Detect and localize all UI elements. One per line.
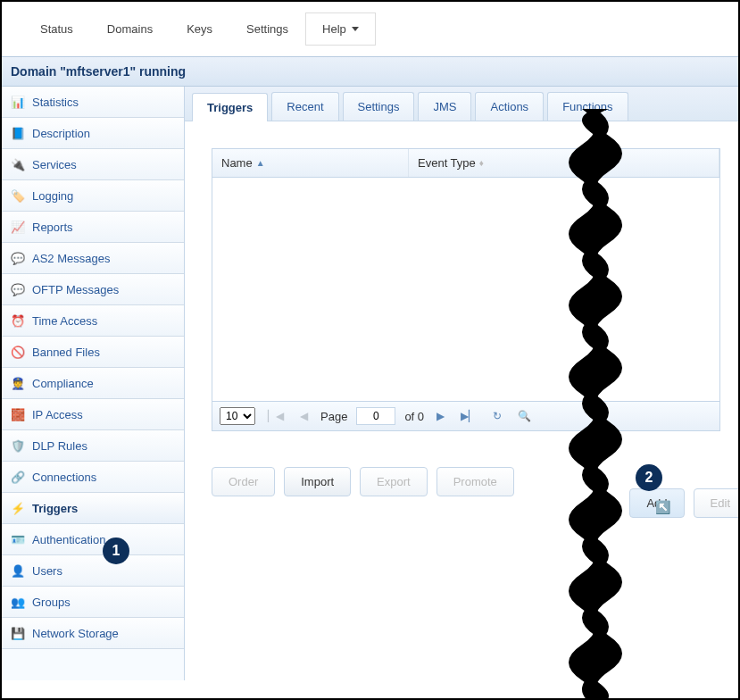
column-name-label: Name [221, 156, 253, 170]
sidebar-item-time-access[interactable]: ⏰Time Access [2, 305, 184, 337]
sidebar-item-triggers[interactable]: ⚡Triggers [2, 493, 184, 524]
sidebar-item-services[interactable]: 🔌Services [2, 149, 184, 180]
callout-1: 1 [103, 538, 129, 564]
logging-icon: 🏷️ [11, 188, 25, 203]
sidebar-item-label: DLP Rules [32, 439, 87, 453]
services-icon: 🔌 [11, 157, 25, 171]
order-button[interactable]: Order [212, 467, 275, 496]
sidebar-item-ip-access[interactable]: 🧱IP Access [2, 399, 184, 430]
sidebar-item-dlp-rules[interactable]: 🛡️DLP Rules [2, 430, 184, 462]
time-access-icon: ⏰ [11, 313, 25, 328]
tab-jms[interactable]: JMS [418, 92, 471, 121]
edit-button[interactable]: Edit [694, 488, 740, 518]
top-nav: Status Domains Keys Settings Help [2, 2, 738, 56]
column-event-type[interactable]: Event Type ♦ [409, 149, 719, 177]
column-name[interactable]: Name ▲ [212, 149, 409, 177]
sidebar-item-label: Banned Files [32, 346, 100, 359]
triggers-icon: ⚡ [11, 501, 25, 515]
sidebar-item-label: IP Access [32, 408, 83, 421]
pager-page-input[interactable] [356, 407, 395, 425]
sidebar-item-label: OFTP Messages [32, 283, 119, 296]
grid-body [212, 178, 719, 401]
export-button[interactable]: Export [360, 467, 428, 496]
sidebar-item-as2-messages[interactable]: 💬AS2 Messages [2, 243, 184, 274]
as2-messages-icon: 💬 [11, 251, 25, 265]
sidebar-item-logging[interactable]: 🏷️Logging [2, 180, 184, 212]
sidebar-item-label: Network Storage [32, 627, 119, 640]
pager-next-icon[interactable]: ▶ [433, 410, 448, 422]
sidebar-item-groups[interactable]: 👥Groups [2, 587, 184, 618]
statistics-icon: 📊 [11, 95, 25, 109]
pager-search-icon[interactable]: 🔍 [514, 410, 535, 422]
triggers-grid: Name ▲ Event Type ♦ 10 ▏◀ [212, 148, 720, 431]
dlp-rules-icon: 🛡️ [11, 438, 25, 453]
connections-icon: 🔗 [11, 470, 25, 484]
triggers-panel: Name ▲ Event Type ♦ 10 ▏◀ [185, 121, 738, 514]
import-button[interactable]: Import [284, 467, 351, 496]
sidebar-item-label: Authentication [32, 533, 105, 546]
sidebar-item-label: AS2 Messages [32, 252, 110, 265]
promote-button[interactable]: Promote [437, 467, 514, 496]
oftp-messages-icon: 💬 [11, 282, 25, 296]
sidebar-item-reports[interactable]: 📈Reports [2, 212, 184, 243]
pager-first-icon[interactable]: ▏◀ [264, 410, 287, 422]
content-area: TriggersRecentSettingsJMSActionsFunction… [185, 87, 738, 680]
nav-keys[interactable]: Keys [170, 12, 229, 46]
sidebar-item-label: Reports [32, 221, 73, 234]
nav-domains[interactable]: Domains [90, 12, 170, 46]
compliance-icon: 👮 [11, 376, 25, 390]
callout-2: 2 [636, 464, 662, 491]
sidebar-item-oftp-messages[interactable]: 💬OFTP Messages [2, 274, 184, 305]
network-storage-icon: 💾 [11, 626, 25, 640]
torn-edge-decoration [569, 109, 622, 700]
sidebar-item-label: Users [32, 564, 62, 578]
nav-help-label: Help [322, 22, 346, 36]
nav-status[interactable]: Status [23, 12, 90, 46]
sidebar-item-label: Compliance [32, 377, 94, 390]
authentication-icon: 🪪 [11, 532, 25, 546]
pager-refresh-icon[interactable]: ↻ [489, 410, 505, 422]
tab-recent[interactable]: Recent [271, 92, 338, 121]
nav-help[interactable]: Help [305, 12, 376, 46]
users-icon: 👤 [11, 563, 25, 578]
sidebar-item-label: Statistics [32, 96, 79, 109]
sort-asc-icon: ▲ [256, 158, 265, 168]
tab-settings[interactable]: Settings [343, 92, 415, 121]
sidebar-item-label: Groups [32, 596, 71, 609]
grid-pager: 10 ▏◀ ◀ Page of 0 ▶ ▶▏ ↻ 🔍 [212, 401, 719, 430]
cursor-icon: ↖️ [655, 500, 670, 514]
sidebar-item-statistics[interactable]: 📊Statistics [2, 87, 184, 118]
tab-bar: TriggersRecentSettingsJMSActionsFunction… [185, 87, 738, 121]
sidebar-item-authentication[interactable]: 🪪Authentication [2, 524, 184, 555]
banned-files-icon: 🚫 [11, 345, 25, 359]
sidebar-item-description[interactable]: 📘Description [2, 118, 184, 149]
pager-last-icon[interactable]: ▶▏ [457, 410, 480, 422]
pager-page-label: Page [320, 410, 347, 423]
column-event-label: Event Type [418, 156, 476, 170]
tab-actions[interactable]: Actions [475, 92, 544, 121]
page-size-select[interactable]: 10 [220, 407, 255, 425]
sidebar-item-compliance[interactable]: 👮Compliance [2, 368, 184, 399]
sidebar-item-label: Triggers [32, 502, 78, 515]
caret-down-icon [352, 27, 359, 31]
sidebar-item-label: Logging [32, 189, 73, 203]
sidebar-item-connections[interactable]: 🔗Connections [2, 462, 184, 493]
sort-neutral-icon: ♦ [479, 158, 484, 168]
tab-triggers[interactable]: Triggers [192, 93, 268, 121]
sidebar-item-label: Description [32, 127, 90, 140]
reports-icon: 📈 [11, 220, 25, 234]
sidebar-item-banned-files[interactable]: 🚫Banned Files [2, 337, 184, 368]
domain-status-bar: Domain "mftserver1" running [2, 56, 738, 87]
groups-icon: 👥 [11, 595, 25, 609]
sidebar: 📊Statistics📘Description🔌Services🏷️Loggin… [2, 87, 185, 680]
pager-prev-icon[interactable]: ◀ [296, 410, 312, 422]
grid-header: Name ▲ Event Type ♦ [212, 149, 719, 178]
description-icon: 📘 [11, 126, 25, 140]
ip-access-icon: 🧱 [11, 407, 25, 421]
pager-of-label: of 0 [404, 410, 424, 423]
sidebar-item-network-storage[interactable]: 💾Network Storage [2, 618, 184, 649]
sidebar-item-label: Time Access [32, 314, 97, 328]
nav-settings[interactable]: Settings [229, 12, 305, 46]
sidebar-item-label: Services [32, 158, 77, 171]
sidebar-item-users[interactable]: 👤Users [2, 555, 184, 587]
